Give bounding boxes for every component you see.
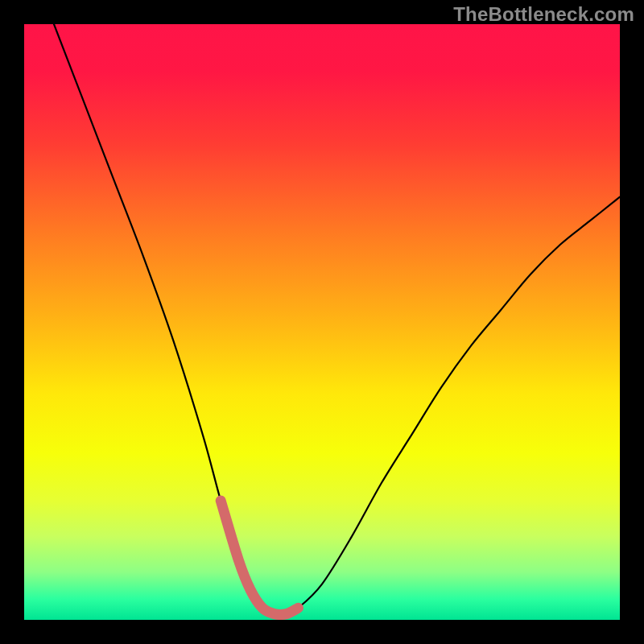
gradient-background	[24, 24, 620, 620]
watermark-text: TheBottleneck.com	[453, 3, 634, 26]
bottleneck-plot	[24, 24, 620, 620]
chart-frame: TheBottleneck.com	[0, 0, 644, 644]
